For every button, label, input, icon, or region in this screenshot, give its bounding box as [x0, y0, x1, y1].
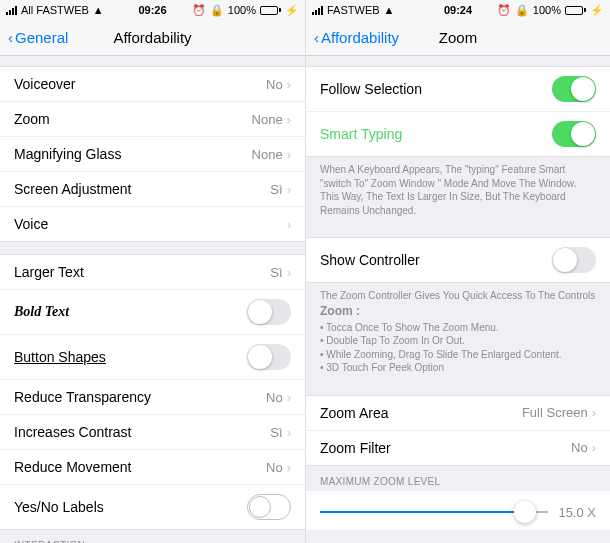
row-label: Smart Typing [320, 126, 402, 142]
chevron-right-icon: › [287, 77, 291, 92]
row-voice[interactable]: Voice › [0, 207, 305, 241]
chevron-right-icon: › [287, 265, 291, 280]
row-value: No [266, 390, 283, 405]
chevron-right-icon: › [287, 390, 291, 405]
row-value: Sì [270, 182, 282, 197]
nav-bar: ‹ General Affordability [0, 20, 305, 56]
row-zoom-filter[interactable]: Zoom Filter No› [306, 431, 610, 465]
carrier: FASTWEB [327, 4, 380, 16]
chevron-left-icon: ‹ [8, 29, 13, 46]
row-zoom-area[interactable]: Zoom Area Full Screen› [306, 396, 610, 431]
bold-text-toggle[interactable] [247, 299, 291, 325]
content: Voiceover No› Zoom None› Magnifying Glas… [0, 56, 305, 543]
max-zoom-slider[interactable] [320, 511, 548, 513]
row-value: No [571, 440, 588, 455]
chevron-right-icon: › [592, 440, 596, 455]
status-bar: All FASTWEB ▲ 09:26 ⏰ 🔒 100% ⚡ [0, 0, 305, 20]
row-label: Bold Text [14, 304, 69, 320]
desc-bullet: While Zooming, Drag To Slide The Enlarge… [320, 348, 596, 362]
yesno-labels-toggle[interactable] [247, 494, 291, 520]
content: Follow Selection Smart Typing When A Key… [306, 56, 610, 543]
smart-typing-toggle[interactable] [552, 121, 596, 147]
row-transparency[interactable]: Reduce Transparency No› [0, 380, 305, 415]
row-label: Voice [14, 216, 48, 232]
rotation-lock-icon: 🔒 [515, 4, 529, 17]
row-value: No [266, 77, 283, 92]
status-bar: FASTWEB ▲ 09:24 ⏰ 🔒 100% ⚡ [306, 0, 610, 20]
row-value: Sì [270, 265, 282, 280]
row-value: None [252, 147, 283, 162]
back-button[interactable]: ‹ Affordability [314, 29, 399, 46]
row-label: Zoom Area [320, 405, 388, 421]
row-voiceover[interactable]: Voiceover No› [0, 67, 305, 102]
chevron-left-icon: ‹ [314, 29, 319, 46]
battery-icon [565, 6, 586, 15]
signal-icon [312, 6, 323, 15]
battery-percent: 100% [228, 4, 256, 16]
show-controller-toggle[interactable] [552, 247, 596, 273]
row-value: Full Screen [522, 405, 588, 420]
slider-value: 15.0 X [556, 505, 596, 520]
row-contrast[interactable]: Increases Contrast Sì› [0, 415, 305, 450]
battery-percent: 100% [533, 4, 561, 16]
charging-icon: ⚡ [590, 4, 604, 17]
row-smart-typing[interactable]: Smart Typing [306, 112, 610, 156]
max-zoom-slider-row: 15.0 X [306, 491, 610, 530]
chevron-right-icon: › [287, 112, 291, 127]
chevron-right-icon: › [287, 147, 291, 162]
clock: 09:26 [138, 4, 166, 16]
alarm-icon: ⏰ [497, 4, 511, 17]
button-shapes-toggle[interactable] [247, 344, 291, 370]
desc-bullet: Double Tap To Zoom In Or Out. [320, 334, 596, 348]
row-value: Sì [270, 425, 282, 440]
row-bold-text[interactable]: Bold Text [0, 290, 305, 335]
carrier: All FASTWEB [21, 4, 89, 16]
charging-icon: ⚡ [285, 4, 299, 17]
row-label: Voiceover [14, 76, 75, 92]
desc-bullet: 3D Touch For Peek Option [320, 361, 596, 375]
alarm-icon: ⏰ [192, 4, 206, 17]
section-header: INTERACTION [0, 530, 305, 543]
wifi-icon: ▲ [384, 4, 395, 16]
follow-selection-toggle[interactable] [552, 76, 596, 102]
row-magnify[interactable]: Magnifying Glass None› [0, 137, 305, 172]
controller-description: The Zoom Controller Gives You Quick Acce… [306, 283, 610, 383]
page-title: Zoom [439, 29, 477, 46]
row-label: Yes/No Labels [14, 499, 104, 515]
row-larger-text[interactable]: Larger Text Sì› [0, 255, 305, 290]
back-label: Affordability [321, 29, 399, 46]
row-button-shapes[interactable]: Button Shapes [0, 335, 305, 380]
wifi-icon: ▲ [93, 4, 104, 16]
row-value: None [252, 112, 283, 127]
clock: 09:24 [444, 4, 472, 16]
row-zoom[interactable]: Zoom None› [0, 102, 305, 137]
nav-bar: ‹ Affordability Zoom [306, 20, 610, 56]
row-follow-selection[interactable]: Follow Selection [306, 67, 610, 112]
row-label: Screen Adjustment [14, 181, 132, 197]
right-screen: FASTWEB ▲ 09:24 ⏰ 🔒 100% ⚡ ‹ Affordabili… [305, 0, 610, 543]
row-label: Button Shapes [14, 349, 106, 365]
row-show-controller[interactable]: Show Controller [306, 238, 610, 282]
row-screen-adjustment[interactable]: Screen Adjustment Sì› [0, 172, 305, 207]
battery-icon [260, 6, 281, 15]
row-value: No [266, 460, 283, 475]
desc-bullet: Tocca Once To Show The Zoom Menu. [320, 321, 596, 335]
row-yesno-labels[interactable]: Yes/No Labels [0, 485, 305, 529]
back-label: General [15, 29, 68, 46]
back-button[interactable]: ‹ General [8, 29, 68, 46]
rotation-lock-icon: 🔒 [210, 4, 224, 17]
section-header: MAXIMUM ZOOM LEVEL [306, 466, 610, 491]
row-movement[interactable]: Reduce Movement No› [0, 450, 305, 485]
row-label: Follow Selection [320, 81, 422, 97]
row-label: Larger Text [14, 264, 84, 280]
chevron-right-icon: › [287, 460, 291, 475]
page-title: Affordability [113, 29, 191, 46]
chevron-right-icon: › [287, 182, 291, 197]
row-label: Reduce Movement [14, 459, 132, 475]
row-label: Show Controller [320, 252, 420, 268]
row-label: Reduce Transparency [14, 389, 151, 405]
row-label: Zoom [14, 111, 50, 127]
slider-thumb[interactable] [514, 501, 536, 523]
left-screen: All FASTWEB ▲ 09:26 ⏰ 🔒 100% ⚡ ‹ General… [0, 0, 305, 543]
smart-typing-description: When A Keyboard Appears, The "typing" Fe… [306, 157, 610, 225]
